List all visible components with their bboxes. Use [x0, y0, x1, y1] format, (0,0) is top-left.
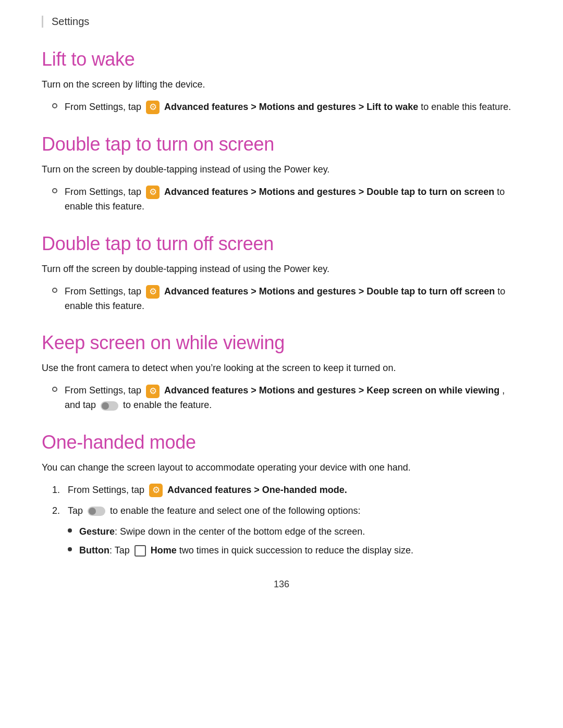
section-desc-lift-to-wake: Turn on the screen by lifting the device… [42, 78, 521, 92]
sub-bullet-text: Button: Tap Home two times in quick succ… [79, 544, 413, 558]
sub-bullet-text: Gesture: Swipe down in the center of the… [79, 525, 365, 539]
bullet-text: From Settings, tap Advanced features > M… [65, 384, 521, 413]
list-item: Button: Tap Home two times in quick succ… [68, 544, 521, 558]
numbered-text: Tap to enable the feature and select one… [68, 504, 360, 519]
bullet-text: From Settings, tap Advanced features > M… [65, 100, 511, 115]
sub-bullet-list-one-handed: Gesture: Swipe down in the center of the… [42, 525, 521, 558]
bullet-circle-icon [52, 387, 57, 392]
bullet-circle-icon [52, 188, 57, 193]
toggle-icon [88, 507, 105, 516]
num-label: 2. [52, 504, 68, 519]
section-title-double-tap-on: Double tap to turn on screen [42, 133, 521, 155]
section-one-handed-mode: One-handed mode You can change the scree… [42, 431, 521, 558]
list-item: From Settings, tap Advanced features > M… [52, 100, 521, 115]
section-lift-to-wake: Lift to wake Turn on the screen by lifti… [42, 48, 521, 115]
bullet-list-keep-screen-on: From Settings, tap Advanced features > M… [42, 384, 521, 413]
home-icon [134, 545, 146, 557]
list-item: From Settings, tap Advanced features > M… [52, 384, 521, 413]
section-desc-double-tap-off: Turn off the screen by double-tapping in… [42, 262, 521, 276]
bullet-list-lift-to-wake: From Settings, tap Advanced features > M… [42, 100, 521, 115]
bullet-list-double-tap-off: From Settings, tap Advanced features > M… [42, 285, 521, 314]
dot-bullet-icon [68, 528, 72, 533]
list-item: 1. From Settings, tap Advanced features … [52, 483, 521, 498]
bullet-text: From Settings, tap Advanced features > M… [65, 285, 521, 314]
list-item: From Settings, tap Advanced features > M… [52, 285, 521, 314]
bullet-list-double-tap-on: From Settings, tap Advanced features > M… [42, 185, 521, 214]
dot-bullet-icon [68, 547, 72, 551]
numbered-list-one-handed: 1. From Settings, tap Advanced features … [42, 483, 521, 519]
gear-icon [146, 101, 160, 114]
bullet-circle-icon [52, 288, 57, 293]
section-double-tap-on: Double tap to turn on screen Turn on the… [42, 133, 521, 214]
bullet-circle-icon [52, 103, 57, 108]
num-label: 1. [52, 483, 68, 498]
gear-icon [146, 186, 160, 199]
list-item: Gesture: Swipe down in the center of the… [68, 525, 521, 539]
section-desc-keep-screen-on: Use the front camera to detect when you’… [42, 361, 521, 375]
section-keep-screen-on: Keep screen on while viewing Use the fro… [42, 332, 521, 413]
bullet-text: From Settings, tap Advanced features > M… [65, 185, 521, 214]
page-header: Settings [42, 16, 521, 28]
toggle-icon [101, 401, 118, 411]
section-title-lift-to-wake: Lift to wake [42, 48, 521, 70]
list-item: From Settings, tap Advanced features > M… [52, 185, 521, 214]
section-title-double-tap-off: Double tap to turn off screen [42, 233, 521, 255]
gear-icon [149, 484, 163, 497]
section-title-keep-screen-on: Keep screen on while viewing [42, 332, 521, 354]
gear-icon [146, 285, 160, 299]
section-desc-double-tap-on: Turn on the screen by double-tapping ins… [42, 163, 521, 177]
section-desc-one-handed-mode: You can change the screen layout to acco… [42, 461, 521, 475]
page-number: 136 [42, 579, 521, 590]
numbered-text: From Settings, tap Advanced features > O… [68, 483, 347, 498]
section-title-one-handed-mode: One-handed mode [42, 431, 521, 453]
list-item: 2. Tap to enable the feature and select … [52, 504, 521, 519]
section-double-tap-off: Double tap to turn off screen Turn off t… [42, 233, 521, 314]
gear-icon [146, 385, 160, 398]
